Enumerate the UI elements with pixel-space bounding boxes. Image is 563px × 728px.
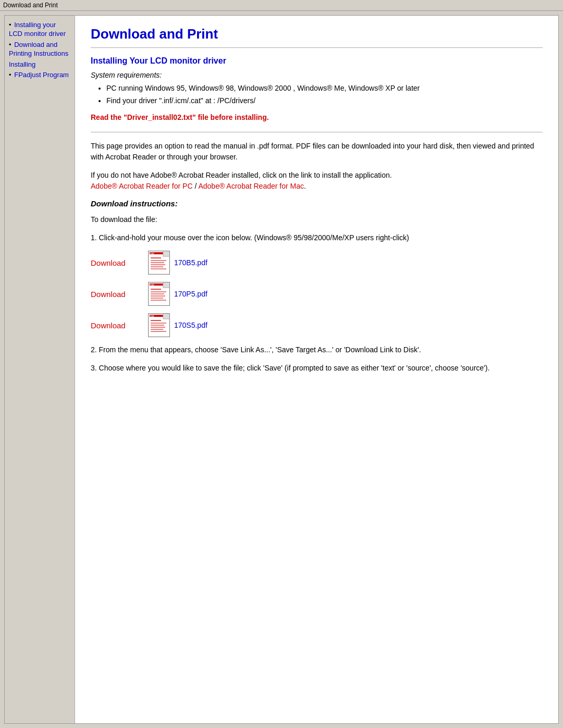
sidebar-nav: • Installing your LCD monitor driver • D… bbox=[9, 21, 70, 80]
svg-text:PDF: PDF bbox=[150, 252, 155, 255]
requirements-list: PC running Windows 95, Windows® 98, Wind… bbox=[106, 83, 543, 106]
svg-rect-23 bbox=[163, 314, 169, 319]
pdf-icon-2: PDF bbox=[148, 282, 170, 306]
warning-text: Read the "Driver_install02.txt" file bef… bbox=[91, 113, 543, 121]
pdf-icon-svg-2: PDF bbox=[149, 282, 169, 305]
pdf-icon-svg-3: PDF bbox=[149, 314, 169, 337]
requirement-item: Find your driver ".inf/.icm/.cat" at : /… bbox=[106, 96, 543, 106]
bullet-icon: • bbox=[9, 71, 11, 79]
acrobat-intro: If you do not have Adobe® Acrobat Reader… bbox=[91, 171, 392, 179]
svg-rect-13 bbox=[163, 282, 169, 288]
sidebar-link-installing-lcd[interactable]: Installing your LCD monitor driver bbox=[9, 21, 66, 38]
svg-rect-14 bbox=[151, 289, 161, 290]
pdf-file-link-1[interactable]: 170B5.pdf bbox=[174, 258, 207, 267]
step2-text: 2. From the menu that appears, choose 'S… bbox=[91, 344, 543, 355]
pdf-icon-svg: PDF bbox=[149, 251, 169, 274]
section-title-lcd: Installing Your LCD monitor driver bbox=[91, 56, 543, 66]
pdf-file-link-3[interactable]: 170S5.pdf bbox=[174, 321, 207, 329]
sidebar-item-fpadjust[interactable]: • FPadjust Program bbox=[9, 71, 70, 80]
sidebar-link-fpadjust[interactable]: FPadjust Program bbox=[14, 71, 69, 79]
divider-mid bbox=[91, 132, 543, 132]
download-row-2: Download PDF bbox=[91, 282, 543, 306]
svg-rect-4 bbox=[151, 257, 161, 258]
sidebar-link-installing2[interactable]: Installing bbox=[9, 60, 35, 68]
acrobat-link-end: . bbox=[304, 182, 306, 190]
download-link-3[interactable]: Download bbox=[91, 321, 148, 330]
body-text-2: If you do not have Adobe® Acrobat Reader… bbox=[91, 170, 543, 192]
svg-rect-24 bbox=[151, 320, 161, 321]
title-bar-text: Download and Print bbox=[3, 2, 58, 9]
bullet-icon: • bbox=[9, 41, 11, 48]
download-row: Download PDF bbox=[91, 251, 543, 275]
download-link-2[interactable]: Download bbox=[91, 290, 148, 299]
sidebar-item-download-print[interactable]: • Download and Printing Instructions bbox=[9, 41, 70, 58]
system-req-label: System requirements: bbox=[91, 71, 543, 79]
sidebar-item-installing2[interactable]: Installing bbox=[9, 60, 70, 69]
download-link-1[interactable]: Download bbox=[91, 258, 148, 267]
title-bar: Download and Print bbox=[0, 0, 563, 11]
divider-top bbox=[91, 47, 543, 48]
download-row-3: Download PDF bbox=[91, 313, 543, 337]
step3-text: 3. Choose where you would like to save t… bbox=[91, 363, 543, 374]
acrobat-link-pc[interactable]: Adobe® Acrobat Reader for PC bbox=[91, 182, 193, 190]
bullet-icon: • bbox=[9, 21, 11, 29]
svg-rect-3 bbox=[163, 251, 169, 256]
pdf-icon-3: PDF bbox=[148, 313, 170, 337]
svg-text:PDF: PDF bbox=[150, 315, 155, 317]
main-content: Download and Print Installing Your LCD m… bbox=[75, 16, 558, 723]
sidebar-item-installing-lcd[interactable]: • Installing your LCD monitor driver bbox=[9, 21, 70, 39]
body-text-1: This page provides an option to read the… bbox=[91, 141, 543, 163]
requirement-item: PC running Windows 95, Windows® 98, Wind… bbox=[106, 83, 543, 94]
download-instructions-label: Download instructions: bbox=[91, 199, 543, 208]
pdf-file-link-2[interactable]: 170P5.pdf bbox=[174, 290, 207, 298]
svg-text:PDF: PDF bbox=[150, 283, 155, 286]
acrobat-link-mac[interactable]: Adobe® Acrobat Reader for Mac bbox=[198, 182, 304, 190]
step1-text: 1. Click-and-hold your mouse over the ic… bbox=[91, 232, 543, 243]
sidebar: • Installing your LCD monitor driver • D… bbox=[5, 16, 75, 723]
acrobat-separator: / bbox=[193, 182, 199, 190]
pdf-icon-1: PDF bbox=[148, 251, 170, 275]
download-intro: To download the file: bbox=[91, 214, 543, 225]
page-title: Download and Print bbox=[91, 26, 543, 42]
sidebar-link-download-print[interactable]: Download and Printing Instructions bbox=[9, 41, 68, 57]
